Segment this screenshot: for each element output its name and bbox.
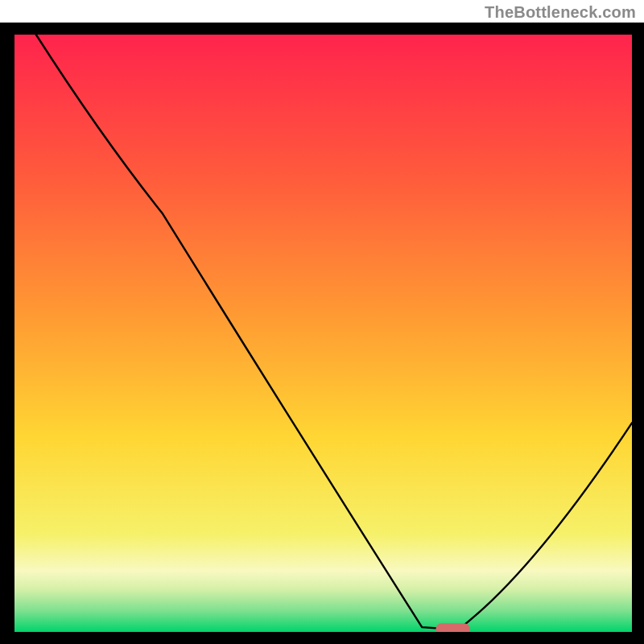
frame-top [0, 23, 644, 35]
chart-container: TheBottleneck.com [0, 0, 644, 644]
frame-right [632, 23, 644, 644]
watermark-text: TheBottleneck.com [485, 3, 636, 22]
frame-bottom [0, 632, 644, 644]
frame-left [0, 23, 14, 644]
bottleneck-chart [0, 0, 644, 644]
gradient-background [14, 23, 632, 632]
plot-area [14, 23, 632, 634]
